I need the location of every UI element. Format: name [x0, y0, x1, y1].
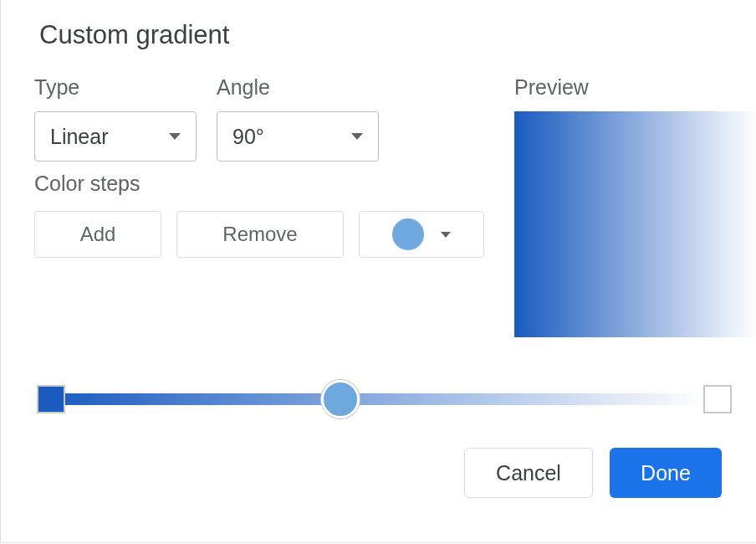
- angle-select-value: 90°: [232, 125, 264, 149]
- angle-select[interactable]: 90°: [217, 111, 379, 162]
- left-column: Type Angle Linear 90° Color steps Add Re…: [34, 75, 484, 337]
- dialog-title: Custom gradient: [39, 20, 722, 50]
- done-button-label: Done: [641, 461, 691, 485]
- preview-label: Preview: [514, 75, 756, 100]
- cancel-button-label: Cancel: [496, 461, 561, 485]
- selects-row: Linear 90°: [34, 111, 484, 162]
- chevron-down-icon: [351, 133, 363, 140]
- remove-button[interactable]: Remove: [176, 211, 344, 258]
- chevron-down-icon: [169, 133, 181, 140]
- gradient-stop-start[interactable]: [37, 385, 65, 413]
- type-select-value: Linear: [50, 125, 109, 149]
- type-select[interactable]: Linear: [34, 111, 197, 162]
- remove-button-label: Remove: [222, 223, 297, 246]
- add-button[interactable]: Add: [34, 211, 161, 258]
- custom-gradient-dialog: Custom gradient Type Angle Linear 90° Co…: [0, 0, 755, 543]
- dialog-footer: Cancel Done: [34, 448, 722, 498]
- cancel-button[interactable]: Cancel: [464, 448, 593, 498]
- type-label: Type: [34, 75, 197, 100]
- gradient-preview: [514, 111, 756, 337]
- right-column: Preview: [514, 75, 756, 337]
- done-button[interactable]: Done: [610, 448, 722, 498]
- color-swatch-icon: [392, 218, 424, 250]
- color-swatch-select[interactable]: [359, 211, 484, 258]
- angle-label: Angle: [217, 75, 270, 100]
- color-steps-row: Add Remove: [34, 211, 484, 258]
- slider-thumb[interactable]: [321, 380, 360, 418]
- add-button-label: Add: [80, 223, 116, 246]
- field-labels-row: Type Angle: [34, 75, 484, 100]
- top-row: Type Angle Linear 90° Color steps Add Re…: [34, 75, 722, 337]
- slider-track: [48, 393, 708, 405]
- color-steps-label: Color steps: [34, 172, 484, 196]
- chevron-down-icon: [441, 232, 451, 238]
- gradient-slider[interactable]: [34, 381, 722, 418]
- gradient-stop-end[interactable]: [703, 385, 732, 413]
